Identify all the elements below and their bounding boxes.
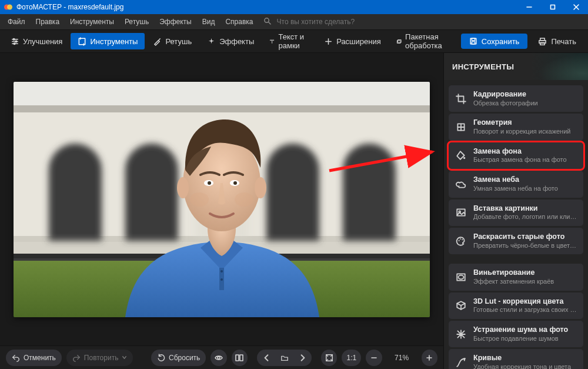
tool-title: Замена неба xyxy=(473,175,558,185)
save-button-label: Сохранить xyxy=(482,37,520,46)
tab-text-frames[interactable]: Текст и рамки xyxy=(262,33,316,49)
reset-button[interactable]: Сбросить xyxy=(151,350,206,366)
compare-button[interactable] xyxy=(232,350,248,366)
tool-title: Раскрасить старые фото xyxy=(473,232,577,242)
search-input[interactable] xyxy=(273,16,403,27)
svg-point-44 xyxy=(233,181,237,185)
window-minimize-button[interactable] xyxy=(517,0,541,14)
reset-label: Сбросить xyxy=(169,354,200,362)
zoom-in-button[interactable] xyxy=(422,350,437,366)
tool-item-geometry[interactable]: ГеометрияПоворот и коррекция искажений xyxy=(449,114,583,140)
tool-desc: Обрезка фотографии xyxy=(473,99,538,108)
search-icon xyxy=(263,17,271,26)
tab-enhance[interactable]: Улучшения xyxy=(4,33,69,49)
prev-file-button[interactable] xyxy=(257,350,275,366)
menu-edit[interactable]: Правка xyxy=(32,16,64,28)
tooltabs: Улучшения Инструменты Ретушь Эффекты Тек… xyxy=(0,29,588,53)
menu-help[interactable]: Справка xyxy=(221,16,257,28)
tool-item-vignette[interactable]: ВиньетированиеЭффект затемнения краёв xyxy=(449,264,583,290)
print-button[interactable]: Печать xyxy=(531,34,583,49)
window-close-button[interactable] xyxy=(564,0,588,14)
file-nav-group xyxy=(257,350,312,366)
zoom-actual-button[interactable]: 1:1 xyxy=(342,350,361,366)
redo-label: Повторить xyxy=(84,354,119,362)
svg-point-47 xyxy=(218,357,220,359)
undo-label: Отменить xyxy=(24,354,56,362)
crop-icon xyxy=(455,92,467,105)
fit-screen-button[interactable] xyxy=(321,350,337,366)
tool-item-replace-bg[interactable]: Замена фонаБыстрая замена фона на фото xyxy=(449,142,583,169)
tab-retouch[interactable]: Ретушь xyxy=(146,33,199,49)
tab-text-frames-label: Текст и рамки xyxy=(279,32,309,50)
side-panel: ИНСТРУМЕНТЫ КадрированиеОбрезка фотограф… xyxy=(443,53,588,369)
redo-button[interactable]: Повторить xyxy=(66,350,133,366)
svg-point-46 xyxy=(235,192,253,207)
svg-rect-22 xyxy=(472,38,475,41)
svg-point-1 xyxy=(7,5,12,10)
tool-item-3dlut[interactable]: 3D Lut - коррекция цветаГотовые стили и … xyxy=(449,292,583,319)
side-panel-header: ИНСТРУМЕНТЫ xyxy=(444,53,588,80)
geometry-icon xyxy=(455,121,467,134)
tool-title: 3D Lut - коррекция цвета xyxy=(473,297,577,307)
save-button[interactable]: Сохранить xyxy=(461,34,528,49)
toggle-preview-button[interactable] xyxy=(211,350,226,366)
tool-item-curves[interactable]: КривыеУдобная коррекция тона и цвета xyxy=(449,349,583,369)
svg-rect-48 xyxy=(236,355,239,361)
svg-line-7 xyxy=(268,22,270,25)
open-folder-button[interactable] xyxy=(275,350,293,366)
curves-icon xyxy=(455,356,467,369)
tool-title: Кривые xyxy=(473,354,571,363)
svg-rect-14 xyxy=(79,38,85,44)
tool-item-crop[interactable]: КадрированиеОбрезка фотографии xyxy=(449,85,583,112)
cloud-icon xyxy=(455,178,467,191)
menu-tools[interactable]: Инструменты xyxy=(66,16,118,28)
menu-view[interactable]: Вид xyxy=(198,16,219,28)
svg-rect-23 xyxy=(472,42,475,44)
window-maximize-button[interactable] xyxy=(541,0,564,14)
svg-point-36 xyxy=(220,270,223,272)
tool-title: Вставка картинки xyxy=(473,204,577,214)
svg-rect-49 xyxy=(240,355,243,361)
svg-point-59 xyxy=(460,238,461,240)
tab-batch-label: Пакетная обработка xyxy=(405,32,450,50)
tool-title: Виньетирование xyxy=(473,268,554,278)
canvas-area[interactable] xyxy=(0,53,443,345)
tool-item-denoise[interactable]: Устранение шума на фотоБыстрое подавлени… xyxy=(449,321,583,347)
tab-extensions[interactable]: Расширения xyxy=(317,33,388,49)
zoom-out-button[interactable] xyxy=(366,350,382,366)
tab-effects-label: Эффекты xyxy=(219,37,254,46)
svg-point-40 xyxy=(255,177,266,198)
svg-rect-3 xyxy=(551,5,555,9)
zoom-value: 71% xyxy=(387,354,417,362)
tool-desc: Умная замена неба на фото xyxy=(473,185,558,193)
tool-item-replace-sky[interactable]: Замена небаУмная замена неба на фото xyxy=(449,171,583,197)
tool-item-colorize[interactable]: Раскрасить старые фотоПревратить чёрно-б… xyxy=(449,228,583,254)
vignette-icon xyxy=(455,271,467,284)
tab-batch[interactable]: Пакетная обработка xyxy=(389,33,457,49)
menu-file[interactable]: Файл xyxy=(4,16,29,28)
tool-item-insert-image[interactable]: Вставка картинкиДобавьте фото, логотип и… xyxy=(449,200,583,226)
side-panel-scroll[interactable]: КадрированиеОбрезка фотографии Геометрия… xyxy=(444,80,588,369)
tab-effects[interactable]: Эффекты xyxy=(200,33,261,49)
tab-tools[interactable]: Инструменты xyxy=(71,33,145,49)
menu-effects[interactable]: Эффекты xyxy=(155,16,196,28)
tool-desc: Готовые стили и загрузка своих пресетов xyxy=(473,306,577,314)
svg-point-58 xyxy=(459,240,460,241)
tab-tools-label: Инструменты xyxy=(90,37,138,46)
svg-point-37 xyxy=(220,278,223,281)
svg-rect-21 xyxy=(470,38,476,44)
titlebar: ФотоМАСТЕР - maxresdefault.jpg xyxy=(0,0,588,14)
next-file-button[interactable] xyxy=(293,350,312,366)
tool-desc: Добавьте фото, логотип или клипарт xyxy=(473,213,577,221)
tab-enhance-label: Улучшения xyxy=(23,37,62,46)
window-title: ФотоМАСТЕР - maxresdefault.jpg xyxy=(16,3,517,11)
tool-desc: Превратить чёрно-белые в цветные xyxy=(473,242,577,250)
tool-desc: Быстрая замена фона на фото xyxy=(473,156,567,164)
svg-rect-29 xyxy=(14,105,430,112)
tool-title: Геометрия xyxy=(473,118,570,128)
menu-retouch[interactable]: Ретушь xyxy=(121,16,153,28)
app-logo-icon xyxy=(4,2,13,12)
bottom-toolbar: Отменить Повторить Сбросить xyxy=(0,345,443,369)
tool-title: Замена фона xyxy=(473,147,567,157)
undo-button[interactable]: Отменить xyxy=(6,350,62,366)
